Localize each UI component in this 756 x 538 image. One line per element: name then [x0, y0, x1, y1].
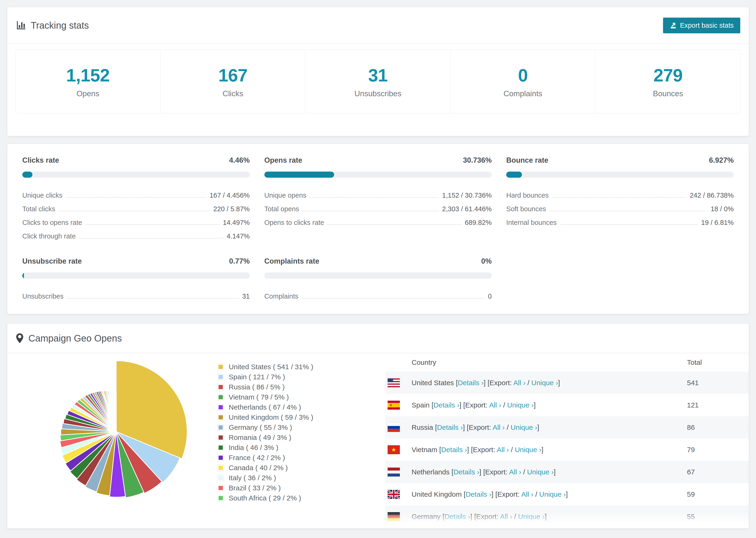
table-row-nl: Netherlands [Details ›] [Export: All › /… — [385, 461, 749, 483]
legend-label: Brazil ( 33 / 2% ) — [229, 484, 281, 492]
tracking-stats-card: Tracking stats Export basic stats 1,152O… — [7, 7, 749, 136]
rate-row-value: 19 / 6.81% — [701, 219, 734, 227]
legend-item: Canada ( 40 / 2% ) — [217, 463, 313, 473]
export-all-link[interactable]: All › — [509, 468, 521, 476]
details-link[interactable]: Details › — [437, 423, 463, 431]
rate-title: Opens rate — [264, 156, 302, 165]
geo-table-body: United States [Details ›] [Export: All ›… — [385, 372, 749, 528]
table-row-de: Germany [Details ›] [Export: All › / Uni… — [385, 506, 749, 528]
summary-stat: 1,152Opens — [16, 50, 161, 113]
details-link[interactable]: Details › — [458, 379, 484, 387]
details-link[interactable]: Details › — [433, 401, 459, 409]
rate-header: Opens rate30.736% — [264, 156, 492, 165]
legend-swatch — [217, 485, 224, 491]
clicks-rate: Clicks rate4.46%Unique clicks167 / 4.456… — [22, 156, 250, 240]
legend-swatch — [217, 495, 224, 501]
legend-item: Netherlands ( 67 / 4% ) — [217, 402, 313, 412]
export-unique-link[interactable]: Unique › — [518, 512, 545, 520]
summary-stat: 167Clicks — [161, 50, 306, 113]
legend-item: Italy ( 36 / 2% ) — [217, 473, 313, 483]
details-link[interactable]: Details › — [465, 490, 491, 498]
rate-header: Bounce rate6.927% — [506, 156, 734, 165]
details-link[interactable]: Details › — [453, 468, 479, 476]
rate-row: Click through rate4.147% — [22, 227, 250, 240]
legend-item: Spain ( 121 / 7% ) — [217, 372, 313, 382]
slash: / — [509, 446, 515, 454]
rate-row: Internal bounces19 / 6.81% — [506, 213, 734, 227]
slash: / — [525, 379, 531, 387]
export-all-link[interactable]: All › — [513, 379, 526, 387]
country-total: 67 — [687, 468, 749, 476]
summary-stat: 31Unsubscribes — [305, 50, 451, 113]
rate-rows: Complaints0 — [264, 287, 492, 300]
legend-swatch — [217, 414, 224, 421]
unsubscribe-rate: Unsubscribe rate0.77%Unsubscribes31 — [22, 257, 250, 300]
table-row-gb: United Kingdom [Details ›] [Export: All … — [385, 483, 749, 506]
rate-row-label: Unique clicks — [22, 191, 63, 199]
rate-value: 6.927% — [709, 156, 734, 165]
rate-value: 4.46% — [229, 156, 250, 165]
dotted-leader — [79, 238, 223, 239]
legend-label: Canada ( 40 / 2% ) — [229, 464, 288, 472]
export-all-link[interactable]: All › — [500, 512, 512, 520]
column-header-country: Country — [385, 358, 687, 366]
dotted-leader — [327, 224, 461, 225]
progress-bar-track — [264, 273, 492, 279]
dotted-leader — [310, 197, 439, 198]
legend-label: Romania ( 49 / 3% ) — [229, 434, 291, 442]
bracket: ] — [566, 490, 568, 498]
country-total: 86 — [687, 423, 749, 431]
rate-row-label: Internal bounces — [506, 219, 557, 227]
country-name: United States — [411, 379, 456, 387]
rate-row-value: 18 / 0% — [711, 205, 734, 213]
dotted-leader — [302, 211, 439, 211]
export-unique-link[interactable]: Unique › — [531, 379, 558, 387]
rates-card: Clicks rate4.46%Unique clicks167 / 4.456… — [7, 144, 749, 314]
country-name: United Kingdom — [411, 490, 464, 498]
progress-bar-fill — [22, 172, 32, 178]
geo-country-table: Country Total United States [Details ›] … — [385, 353, 749, 528]
export-unique-link[interactable]: Unique › — [507, 401, 534, 409]
export-all-link[interactable]: All › — [521, 490, 533, 498]
summary-stat-label: Bounces — [653, 89, 683, 98]
rate-title: Unsubscribe rate — [22, 257, 82, 265]
export-all-link[interactable]: All › — [497, 446, 509, 454]
map-pin-icon — [16, 333, 24, 344]
summary-stats-row: 1,152Opens167Clicks31Unsubscribes0Compla… — [15, 50, 741, 113]
export-unique-link[interactable]: Unique › — [539, 490, 566, 498]
legend-label: Russia ( 86 / 5% ) — [229, 383, 285, 391]
rate-value: 30.736% — [463, 156, 492, 165]
export-all-link[interactable]: All › — [489, 401, 501, 409]
legend-item: France ( 42 / 2% ) — [217, 453, 313, 463]
dotted-leader — [552, 197, 686, 198]
bracket: [ — [443, 512, 445, 520]
legend-label: Vietnam ( 79 / 5% ) — [229, 393, 289, 401]
details-link[interactable]: Details › — [441, 446, 467, 454]
legend-swatch — [217, 475, 224, 481]
bracket: ] [Export: — [463, 423, 493, 431]
export-unique-link[interactable]: Unique › — [511, 423, 537, 431]
bracket: ] [Export: — [459, 401, 489, 409]
country-total: 79 — [687, 446, 749, 454]
bracket: ] — [534, 401, 536, 409]
legend-label: United Kingdom ( 59 / 3% ) — [229, 413, 313, 421]
country-total: 121 — [687, 401, 749, 409]
slash: / — [533, 490, 539, 498]
flag-de-icon — [388, 512, 400, 521]
bracket: ] — [537, 423, 539, 431]
export-basic-stats-button[interactable]: Export basic stats — [663, 18, 740, 33]
legend-item: United States ( 541 / 31% ) — [217, 362, 313, 372]
country-name: Vietnam — [411, 446, 439, 454]
summary-stat-value: 0 — [518, 65, 527, 85]
export-unique-link[interactable]: Unique › — [515, 446, 541, 454]
legend-swatch — [217, 394, 224, 401]
export-all-link[interactable]: All › — [493, 423, 505, 431]
legend-label: United States ( 541 / 31% ) — [229, 363, 313, 371]
progress-bar-fill — [264, 172, 334, 178]
bracket: ] [Export: — [479, 468, 509, 476]
details-link[interactable]: Details › — [445, 512, 470, 520]
legend-item: Romania ( 49 / 3% ) — [217, 432, 313, 443]
export-unique-link[interactable]: Unique › — [527, 468, 554, 476]
rate-row-label: Soft bounces — [506, 205, 546, 213]
summary-stat-value: 279 — [653, 65, 682, 85]
